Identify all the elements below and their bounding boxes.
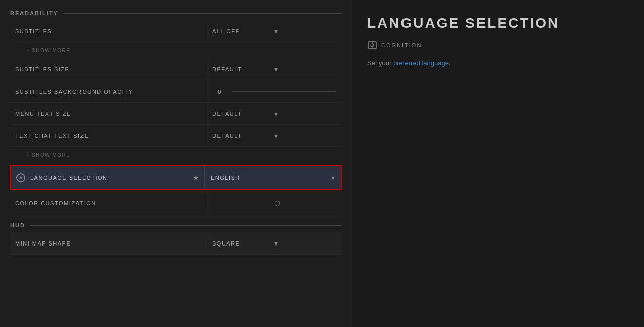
subtitles-bg-opacity-label: SUBTITLES BACKGROUND OPACITY [10,89,206,95]
readability-section-header: READABILITY [10,10,342,16]
minimap-shape-value[interactable]: SQUARE ▾ [206,232,342,254]
menu-text-size-label: MENU TEXT SIZE [10,111,206,117]
minimap-shape-label: MINI MAP SHAPE [10,240,206,247]
color-customization-value[interactable]: ⬡ [206,192,342,214]
language-selection-left: ✕ LANGUAGE SELECTION ★ [11,166,205,189]
show-more-text-1: SHOW MORE [32,48,70,53]
hud-divider [30,225,342,226]
show-more-text-2: SHOW MORE [32,152,70,158]
language-selection-right[interactable]: ENGLISH ▾ [205,166,341,189]
menu-text-size-chevron: ▾ [274,110,336,118]
cognition-icon [367,40,377,50]
info-description: Set your preferred language. [367,58,629,68]
minimap-shape-row[interactable]: MINI MAP SHAPE SQUARE ▾ [10,232,342,255]
subtitles-chevron: ▾ [274,27,336,35]
main-container: READABILITY SUBTITLES ALL OFF ▾ └ SHOW M… [0,0,644,327]
brain-svg [367,40,377,50]
description-before: Set your [367,59,393,67]
color-customization-row[interactable]: COLOR CUSTOMIZATION ⬡ [10,192,342,214]
menu-text-size-row[interactable]: MENU TEXT SIZE DEFAULT ▾ [10,103,342,125]
language-star-icon: ★ [193,174,199,182]
preferred-language-link[interactable]: preferred language [393,59,449,67]
language-selection-label: LANGUAGE SELECTION [30,175,193,181]
text-chat-text-size-label: TEXT CHAT TEXT SIZE [10,133,206,139]
show-more-text-chat[interactable]: └ SHOW MORE [10,147,342,163]
svg-point-1 [371,44,374,47]
minimap-shape-chevron: ▾ [274,239,336,248]
subtitles-size-row[interactable]: SUBTITLES SIZE DEFAULT ▾ [10,58,342,80]
hud-title: HUD [10,222,25,228]
subtitles-bg-opacity-value[interactable]: 0 [206,80,342,102]
color-customization-label: COLOR CUSTOMIZATION [10,200,206,206]
text-chat-text-size-row[interactable]: TEXT CHAT TEXT SIZE DEFAULT ▾ [10,125,342,147]
subtitles-value[interactable]: ALL OFF ▾ [206,20,342,42]
subtitles-row[interactable]: SUBTITLES ALL OFF ▾ [10,20,342,42]
info-category: COGNITION [367,40,629,50]
show-more-subtitles[interactable]: └ SHOW MORE [10,42,342,58]
subtitles-bg-opacity-row[interactable]: SUBTITLES BACKGROUND OPACITY 0 [10,80,342,103]
subtitles-label: SUBTITLES [10,28,206,34]
description-after: . [449,59,451,67]
subtitles-size-value[interactable]: DEFAULT ▾ [206,58,342,80]
text-chat-text-size-value[interactable]: DEFAULT ▾ [206,125,342,146]
language-value: ENGLISH [211,175,331,181]
hud-section-header: HUD [10,222,342,228]
language-close-icon: ✕ [16,173,25,182]
language-selection-row[interactable]: ✕ LANGUAGE SELECTION ★ ENGLISH ▾ [10,165,342,190]
color-external-icon: ⬡ [274,199,336,207]
opacity-slider[interactable] [232,91,336,92]
readability-divider [63,13,342,14]
text-chat-size-chevron: ▾ [274,132,336,140]
show-more-arrow-1: └ [25,48,29,53]
subtitles-size-chevron: ▾ [274,65,336,73]
left-panel: READABILITY SUBTITLES ALL OFF ▾ └ SHOW M… [0,0,352,327]
show-more-arrow-2: └ [25,152,29,158]
menu-text-size-value[interactable]: DEFAULT ▾ [206,103,342,124]
right-panel: LANGUAGE SELECTION COGNITION Set your pr… [352,0,644,327]
subtitles-size-label: SUBTITLES SIZE [10,66,206,72]
category-name-label: COGNITION [381,42,422,48]
opacity-number: 0 [212,89,227,95]
language-chevron: ▾ [331,174,335,182]
readability-title: READABILITY [10,10,58,16]
hud-section: HUD MINI MAP SHAPE SQUARE ▾ [10,222,352,255]
info-panel-title: LANGUAGE SELECTION [367,15,629,31]
